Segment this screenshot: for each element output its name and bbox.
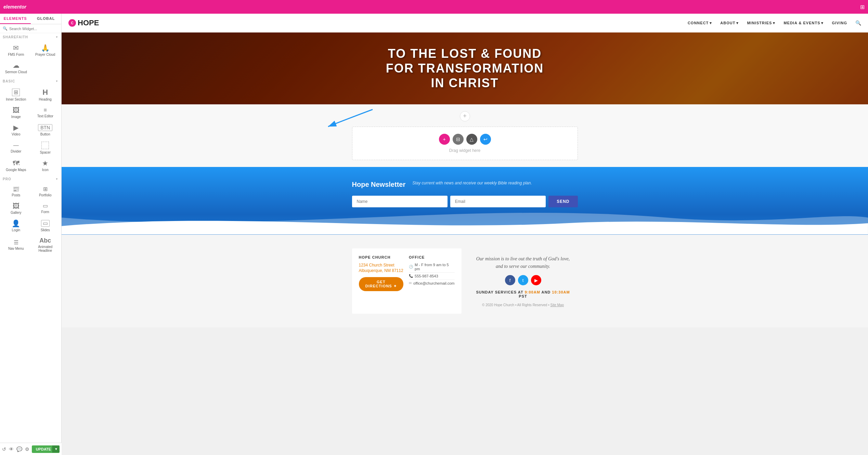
section-pro[interactable]: PRO ▼ [0, 175, 61, 182]
text-editor-icon: ≡ [44, 107, 47, 113]
search-widget-container: 🔍 [0, 24, 61, 33]
sermon-cloud-label: Sermon Cloud [5, 70, 27, 74]
animated-headline-label: Animated Headline [32, 245, 59, 252]
widget-divider[interactable]: — Divider [1, 138, 31, 156]
divider-icon: — [13, 143, 19, 148]
inner-section-icon: ⊞ [12, 89, 20, 96]
search-input[interactable] [9, 27, 59, 31]
drag-widget-area[interactable]: + ⊟ △ ↩ Drag widget here [352, 127, 578, 160]
clock-icon: 🕐 [409, 265, 413, 269]
nav-ministries[interactable]: MINISTRIES ▾ [747, 21, 775, 25]
divider-label: Divider [11, 150, 21, 153]
get-directions-button[interactable]: GET DIRECTIONS ✦ [359, 277, 404, 291]
section-sharefaith[interactable]: SHAREFAITH ▼ [0, 33, 61, 40]
footer-address-link[interactable]: 1234 Church Street [359, 263, 404, 268]
office-hours: M - F from 9 am to 5 pm [415, 263, 454, 271]
comment-icon[interactable]: 💬 [16, 446, 22, 452]
widget-form[interactable]: ▭ Form [31, 199, 60, 217]
footer-church-column: HOPE CHURCH 1234 Church Street Albuquerq… [359, 255, 404, 291]
office-title: OFFICE [409, 255, 454, 259]
widget-fms-form[interactable]: ✉ FMS Form [1, 41, 31, 58]
portfolio-icon: ⊞ [43, 186, 48, 192]
form-label: Form [41, 210, 49, 214]
google-maps-icon: 🗺 [13, 160, 20, 167]
grid-icon[interactable]: ⊞ [860, 4, 865, 10]
add-section-button[interactable]: + [460, 111, 470, 121]
icon-label: Icon [42, 168, 49, 172]
widget-button[interactable]: BTN Button [31, 121, 60, 138]
fms-form-label: FMS Form [8, 53, 24, 56]
drag-minus-icon[interactable]: ⊟ [453, 134, 464, 145]
widget-heading[interactable]: H Heading [31, 85, 60, 103]
widget-slides[interactable]: ▭ Slides [31, 217, 60, 234]
widget-gallery[interactable]: 🖼 Gallery [1, 199, 31, 217]
nav-media-events[interactable]: MEDIA & EVENTS ▾ [783, 21, 824, 25]
update-arrow-icon[interactable]: ▼ [52, 445, 60, 453]
newsletter-subtitle-text: Stay current with news and receive our w… [412, 181, 532, 185]
footer-city-link[interactable]: Albuquerque, NM 87112 [359, 268, 404, 273]
mission-text: Our mission is to live out the truth of … [476, 255, 570, 271]
site-logo: C HOPE [68, 18, 99, 27]
site-nav-links: CONNECT ▾ ABOUT ▾ MINISTRIES ▾ MEDIA & E… [688, 20, 861, 26]
nav-giving[interactable]: GIVING [832, 21, 847, 25]
nav-menu-icon: ☰ [14, 240, 18, 245]
tab-global[interactable]: GLOBAL [31, 14, 62, 24]
section-basic[interactable]: BASIC ▼ [0, 77, 61, 84]
twitter-icon[interactable]: t [518, 275, 528, 285]
widget-image[interactable]: 🖼 Image [1, 103, 31, 121]
facebook-icon[interactable]: f [505, 275, 515, 285]
drag-label: Drag widget here [449, 148, 480, 153]
spacer-icon [41, 142, 49, 149]
widget-icon[interactable]: ★ Icon [31, 156, 60, 174]
email-icon: ✉ [409, 281, 412, 285]
nav-connect[interactable]: CONNECT ▾ [688, 21, 712, 25]
nav-about[interactable]: ABOUT ▾ [720, 21, 739, 25]
copyright: © 2020 Hope Church • All Rights Reserved… [482, 303, 564, 307]
footer-section: HOPE CHURCH 1234 Church Street Albuquerq… [62, 235, 868, 328]
pro-widgets: 📰 Posts ⊞ Portfolio 🖼 Gallery ▭ Form 👤 L… [0, 182, 61, 256]
update-button[interactable]: UPDATE ▼ [32, 445, 60, 453]
drag-return-icon[interactable]: ↩ [480, 134, 491, 145]
update-label: UPDATE [36, 447, 51, 451]
site-nav: C HOPE CONNECT ▾ ABOUT ▾ MINISTRIES ▾ ME… [62, 14, 868, 32]
widget-inner-section[interactable]: ⊞ Inner Section [1, 85, 31, 103]
widget-google-maps[interactable]: 🗺 Google Maps [1, 156, 31, 174]
sunday-services: SUNDAY SERVICES AT 9:00AM AND 10:30AM PS… [475, 290, 571, 298]
widget-video[interactable]: ▶ Video [1, 121, 31, 138]
image-label: Image [11, 115, 21, 119]
widget-nav-menu[interactable]: ☰ Nav Menu [1, 234, 31, 255]
widget-login[interactable]: 👤 Login [1, 217, 31, 234]
widget-portfolio[interactable]: ⊞ Portfolio [31, 183, 60, 199]
drag-triangle-icon[interactable]: △ [466, 134, 477, 145]
google-maps-label: Google Maps [6, 168, 26, 172]
newsletter-section: Hope Newsletter Stay current with news a… [62, 167, 868, 235]
bottom-icons: ↺ 👁 💬 ⚙ [2, 446, 29, 452]
settings-icon[interactable]: ⚙ [25, 446, 29, 452]
site-map-link[interactable]: Site Map [550, 303, 564, 307]
widget-posts[interactable]: 📰 Posts [1, 183, 31, 199]
button-label: Button [40, 132, 50, 136]
gallery-label: Gallery [11, 211, 22, 214]
service-time2: 10:30AM [552, 290, 570, 294]
tab-elements[interactable]: ELEMENTS [0, 14, 31, 24]
text-editor-label: Text Editor [37, 114, 53, 118]
phone-icon: 📞 [409, 274, 413, 278]
history-icon[interactable]: ↺ [2, 446, 6, 452]
preview-icon[interactable]: 👁 [9, 446, 14, 452]
prayer-cloud-label: Prayer Cloud [35, 53, 55, 56]
heading-icon: H [42, 89, 48, 96]
posts-label: Posts [12, 193, 20, 197]
button-icon: BTN [38, 124, 52, 131]
widget-spacer[interactable]: Spacer [31, 138, 60, 156]
widget-text-editor[interactable]: ≡ Text Editor [31, 103, 60, 121]
widget-sermon-cloud[interactable]: ☁ Sermon Cloud [1, 58, 31, 76]
slides-icon: ▭ [41, 220, 50, 227]
nav-search-icon[interactable]: 🔍 [855, 20, 861, 26]
youtube-icon[interactable]: ▶ [531, 275, 541, 285]
search-icon: 🔍 [3, 26, 8, 31]
widget-prayer-cloud[interactable]: 🙏 Prayer Cloud [31, 41, 60, 58]
drag-add-icon[interactable]: + [439, 134, 450, 145]
portfolio-label: Portfolio [39, 193, 52, 197]
inner-section-label: Inner Section [6, 98, 26, 101]
widget-animated-headline[interactable]: Abc Animated Headline [31, 234, 60, 255]
